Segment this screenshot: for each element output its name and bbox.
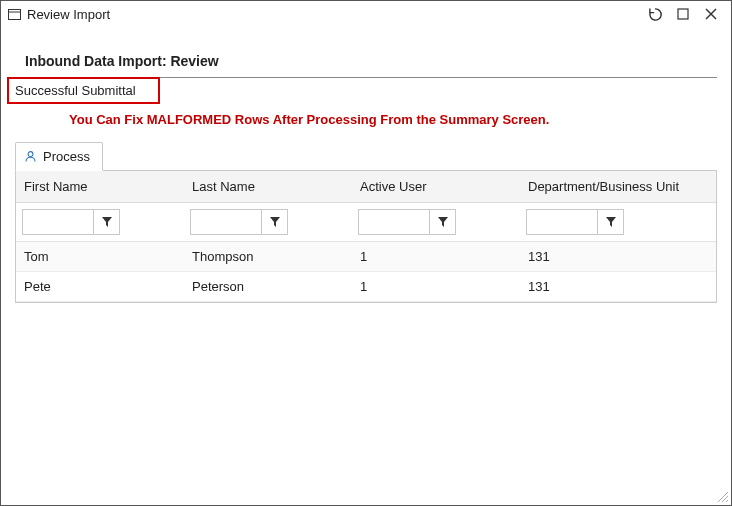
filter-button-department[interactable] [598,209,624,235]
filter-button-active-user[interactable] [430,209,456,235]
col-header-department[interactable]: Department/Business Unit [520,171,716,202]
filter-button-last-name[interactable] [262,209,288,235]
filter-icon [101,216,113,228]
data-grid: First Name Last Name Active User Departm… [15,170,717,303]
table-row[interactable]: Tom Thompson 1 131 [16,242,716,272]
grid-header: First Name Last Name Active User Departm… [16,171,716,203]
window-title: Review Import [27,7,110,22]
cell-department: 131 [520,242,716,271]
grid-filter-row [16,203,716,242]
col-header-last-name[interactable]: Last Name [184,171,352,202]
refresh-button[interactable] [641,3,669,25]
cell-active-user: 1 [352,272,520,301]
cell-last-name: Peterson [184,272,352,301]
filter-last-name[interactable] [190,209,262,235]
cell-department: 131 [520,272,716,301]
warning-text: You Can Fix MALFORMED Rows After Process… [15,104,717,141]
status-bar: Successful Submittal [15,77,717,104]
titlebar: Review Import [1,1,731,27]
page-title: Inbound Data Import: Review [15,41,717,77]
cell-first-name: Tom [16,242,184,271]
status-badge: Successful Submittal [7,77,160,104]
col-header-first-name[interactable]: First Name [16,171,184,202]
grid-body: Tom Thompson 1 131 Pete Peterson 1 131 [16,242,716,302]
maximize-button[interactable] [669,3,697,25]
svg-point-5 [28,152,33,157]
filter-department[interactable] [526,209,598,235]
cell-active-user: 1 [352,242,520,271]
cell-last-name: Thompson [184,242,352,271]
tab-label: Process [43,149,90,164]
cell-first-name: Pete [16,272,184,301]
svg-rect-0 [8,9,20,19]
filter-icon [269,216,281,228]
tabstrip: Process [15,141,717,170]
content-area: Inbound Data Import: Review Successful S… [1,27,731,505]
filter-icon [437,216,449,228]
col-header-active-user[interactable]: Active User [352,171,520,202]
filter-active-user[interactable] [358,209,430,235]
person-icon [24,150,37,163]
table-row[interactable]: Pete Peterson 1 131 [16,272,716,302]
filter-icon [605,216,617,228]
close-button[interactable] [697,3,725,25]
filter-first-name[interactable] [22,209,94,235]
svg-rect-2 [678,9,688,19]
window-icon [7,7,21,21]
resize-grip[interactable] [715,489,729,503]
filter-button-first-name[interactable] [94,209,120,235]
tab-process[interactable]: Process [15,142,103,171]
svg-line-8 [726,500,728,502]
